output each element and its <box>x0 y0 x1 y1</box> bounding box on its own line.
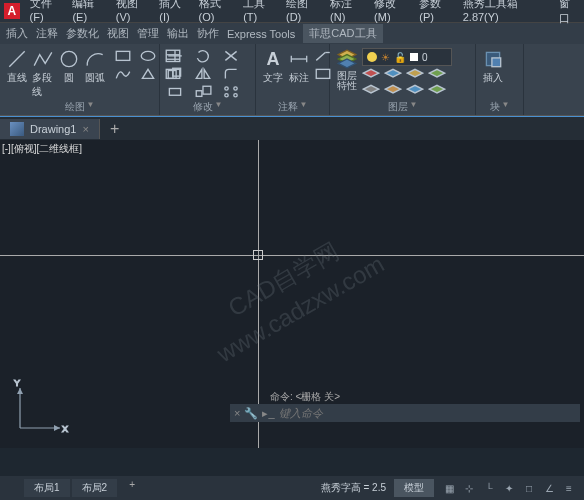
chevron-down-icon[interactable]: ▼ <box>410 100 418 114</box>
osnap-icon[interactable]: □ <box>522 481 536 495</box>
tab-insert[interactable]: 插入 <box>6 26 28 41</box>
svg-rect-2 <box>116 52 130 61</box>
menu-modify[interactable]: 修改(M) <box>374 0 411 26</box>
rotate-icon[interactable] <box>194 48 212 64</box>
layer-freeze-icon[interactable] <box>384 68 402 84</box>
panel-block: 插入 块▼ <box>476 44 524 115</box>
drawing-canvas[interactable]: [-][俯视][二维线框] CAD自学网 www.cadzxw.com X Y … <box>0 140 584 448</box>
menu-draw[interactable]: 绘图(D) <box>286 0 322 26</box>
tool-insert-block[interactable]: 插入 <box>482 48 504 85</box>
tool-insert-label: 插入 <box>483 71 503 85</box>
customize-icon[interactable]: 🔧 <box>244 407 258 420</box>
layer-props-icon <box>336 48 358 70</box>
ucs-icon[interactable]: X Y <box>10 378 70 438</box>
tab-annotate[interactable]: 注释 <box>36 26 58 41</box>
snap-icon[interactable]: ⊹ <box>462 481 476 495</box>
command-line[interactable]: × 🔧 ▸_ <box>230 404 580 422</box>
layer-thaw-icon[interactable] <box>406 84 424 100</box>
tab-output[interactable]: 输出 <box>167 26 189 41</box>
array-icon[interactable] <box>222 84 240 100</box>
svg-rect-20 <box>203 86 211 94</box>
tool-layer-props[interactable]: 图层 特性 <box>336 48 358 91</box>
tab-view[interactable]: 视图 <box>107 26 129 41</box>
tool-dimension[interactable]: 标注 <box>288 48 310 85</box>
layer-dropdown[interactable]: ☀ 🔓 0 <box>362 48 452 66</box>
layer-match-icon[interactable] <box>428 68 446 84</box>
pickbox <box>253 250 263 260</box>
add-layout-button[interactable]: + <box>119 479 145 497</box>
svg-rect-43 <box>492 58 501 67</box>
chevron-down-icon[interactable]: ▼ <box>87 100 95 114</box>
stretch-icon[interactable] <box>166 84 184 100</box>
circle-icon <box>58 48 80 70</box>
move-icon[interactable] <box>166 48 184 64</box>
menu-view[interactable]: 视图(V) <box>116 0 151 26</box>
menu-annotate[interactable]: 标注(N) <box>330 0 366 26</box>
svg-marker-38 <box>363 86 378 94</box>
layout-tab-2[interactable]: 布局2 <box>72 479 118 497</box>
polar-icon[interactable]: ✦ <box>502 481 516 495</box>
layer-off-icon[interactable] <box>362 68 380 84</box>
chevron-down-icon[interactable]: ▼ <box>300 100 308 114</box>
layer-on-icon[interactable] <box>384 84 402 100</box>
tab-collab[interactable]: 协作 <box>197 26 219 41</box>
layer-lock-icon[interactable] <box>406 68 424 84</box>
close-cmd-icon[interactable]: × <box>234 407 240 419</box>
menu-edit[interactable]: 编辑(E) <box>72 0 107 26</box>
region-icon[interactable] <box>139 66 157 82</box>
tab-express[interactable]: Express Tools <box>227 28 295 40</box>
menu-param[interactable]: 参数(P) <box>419 0 454 26</box>
viewport-label[interactable]: [-][俯视][二维线框] <box>2 142 82 156</box>
tool-arc[interactable]: 圆弧 <box>84 48 106 85</box>
tool-polyline[interactable]: 多段线 <box>32 48 54 99</box>
tab-cadtools[interactable]: 菲思CAD工具 <box>303 24 382 43</box>
command-input[interactable] <box>279 407 576 419</box>
ortho-icon[interactable]: └ <box>482 481 496 495</box>
menu-yxtools[interactable]: 燕秀工具箱2.87(Y) <box>463 0 551 26</box>
menu-window[interactable]: 窗口 <box>559 0 580 26</box>
tool-circle[interactable]: 圆 <box>58 48 80 85</box>
menu-format[interactable]: 格式(O) <box>199 0 236 26</box>
panel-draw: 直线 多段线 圆 圆弧 绘图▼ <box>0 44 160 115</box>
tool-text[interactable]: A 文字 <box>262 48 284 85</box>
svg-marker-37 <box>429 70 444 78</box>
menu-bar: 文件(F) 编辑(E) 视图(V) 插入(I) 格式(O) 工具(T) 绘图(D… <box>26 0 580 26</box>
panel-draw-title: 绘图 <box>65 100 85 114</box>
close-icon[interactable]: × <box>82 123 88 135</box>
svg-point-23 <box>225 94 228 97</box>
ellipse-icon[interactable] <box>139 48 157 64</box>
menu-tools[interactable]: 工具(T) <box>243 0 278 26</box>
menu-file[interactable]: 文件(F) <box>30 0 65 26</box>
scale-icon[interactable] <box>194 84 212 100</box>
spline-icon[interactable] <box>114 66 132 82</box>
rectangle-icon[interactable] <box>114 48 132 64</box>
tab-parametric[interactable]: 参数化 <box>66 26 99 41</box>
layer-unlock-icon[interactable] <box>428 84 446 100</box>
mirror-icon[interactable] <box>194 66 212 82</box>
svg-marker-17 <box>204 70 210 79</box>
model-button[interactable]: 模型 <box>394 479 434 497</box>
layout-tabs: 布局1 布局2 + <box>0 479 145 497</box>
document-tab[interactable]: Drawing1 × <box>0 119 100 139</box>
tool-line[interactable]: 直线 <box>6 48 28 85</box>
otrack-icon[interactable]: ∠ <box>542 481 556 495</box>
add-tab-button[interactable]: + <box>100 120 129 138</box>
layout-tab-1[interactable]: 布局1 <box>24 479 70 497</box>
grid-icon[interactable]: ▦ <box>442 481 456 495</box>
panel-anno-title: 注释 <box>278 100 298 114</box>
title-bar: A 文件(F) 编辑(E) 视图(V) 插入(I) 格式(O) 工具(T) 绘图… <box>0 0 584 22</box>
menu-insert[interactable]: 插入(I) <box>159 0 190 26</box>
fillet-icon[interactable] <box>222 66 240 82</box>
chevron-down-icon[interactable]: ▼ <box>215 100 223 114</box>
layer-iso-icon[interactable] <box>362 84 380 100</box>
lineweight-icon[interactable]: ≡ <box>562 481 576 495</box>
chevron-down-icon[interactable]: ▼ <box>502 100 510 114</box>
panel-annotate: A 文字 标注 注释▼ <box>256 44 330 115</box>
copy-icon[interactable] <box>166 66 184 82</box>
trim-icon[interactable] <box>222 48 240 64</box>
tool-polyline-label: 多段线 <box>32 71 54 99</box>
tab-manage[interactable]: 管理 <box>137 26 159 41</box>
bulb-icon <box>367 52 377 62</box>
layer-current-name: 0 <box>422 52 428 63</box>
app-icon[interactable]: A <box>4 3 20 19</box>
